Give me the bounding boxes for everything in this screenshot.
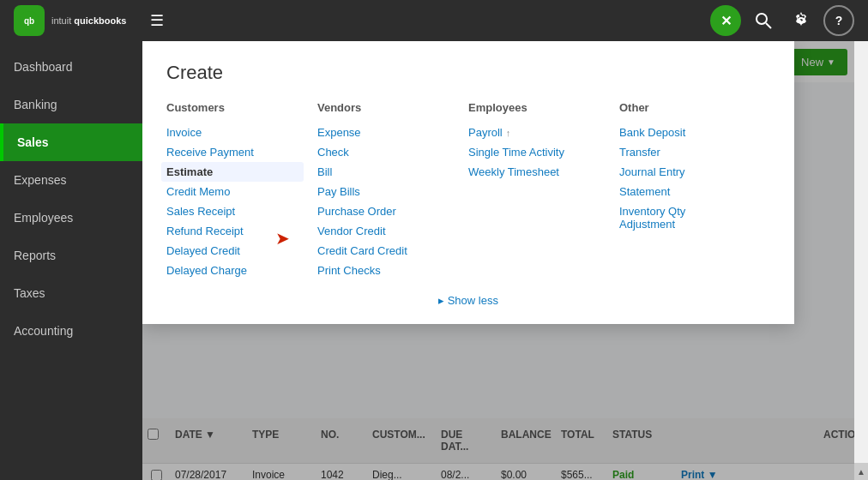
- svg-text:qb: qb: [24, 16, 34, 26]
- sidebar-item-banking[interactable]: Banking: [0, 86, 142, 123]
- estimate-link[interactable]: Estimate: [161, 162, 304, 182]
- single-time-activity-link[interactable]: Single Time Activity: [468, 142, 606, 162]
- svg-line-3: [766, 23, 771, 28]
- customers-column: Customers Invoice Receive Payment Estima…: [166, 101, 317, 280]
- weekly-timesheet-link[interactable]: Weekly Timesheet: [468, 162, 606, 182]
- inventory-qty-adjustment-link[interactable]: Inventory QtyAdjustment: [619, 201, 756, 234]
- sidebar-item-dashboard[interactable]: Dashboard: [0, 48, 142, 86]
- payroll-link[interactable]: Payroll ↑: [468, 123, 606, 142]
- journal-entry-link[interactable]: Journal Entry: [619, 162, 756, 182]
- modal-title: Create: [166, 62, 770, 84]
- bill-link[interactable]: Bill: [317, 162, 455, 182]
- sidebar-item-employees[interactable]: Employees: [0, 199, 142, 237]
- other-column: Other Bank Deposit Transfer Journal Entr…: [619, 101, 770, 280]
- check-link[interactable]: Check: [317, 142, 455, 162]
- bank-deposit-link[interactable]: Bank Deposit: [619, 123, 756, 142]
- svg-point-2: [756, 14, 767, 24]
- vendors-header: Vendors: [317, 101, 455, 114]
- estimate-pointer-arrow: ➤: [275, 228, 290, 249]
- show-less-row[interactable]: ▸ Show less: [166, 294, 770, 307]
- help-button[interactable]: ?: [823, 5, 854, 36]
- app-name: intuit quickbooks: [51, 15, 126, 26]
- payroll-upgrade-icon: ↑: [506, 128, 511, 138]
- transfer-link[interactable]: Transfer: [619, 142, 756, 162]
- show-less-label[interactable]: Show less: [448, 294, 498, 307]
- app-logo: qb: [14, 5, 45, 36]
- vendor-credit-link[interactable]: Vendor Credit: [317, 221, 455, 241]
- settings-button[interactable]: [786, 5, 817, 36]
- content-area: New ▼ Create Customers Invoice Receive P…: [142, 41, 868, 480]
- sidebar: Dashboard Banking Sales Expenses Employe…: [0, 41, 142, 480]
- employees-header: Employees: [468, 101, 606, 114]
- expense-link[interactable]: Expense: [317, 123, 455, 142]
- delayed-charge-link[interactable]: Delayed Charge: [166, 261, 304, 280]
- credit-memo-link[interactable]: Credit Memo: [166, 182, 304, 201]
- receive-payment-link[interactable]: Receive Payment: [166, 142, 304, 162]
- main-layout: Dashboard Banking Sales Expenses Employe…: [0, 41, 868, 480]
- search-button[interactable]: [748, 5, 779, 36]
- show-less-arrow: ▸: [438, 294, 444, 307]
- pay-bills-link[interactable]: Pay Bills: [317, 182, 455, 201]
- scrollbar[interactable]: ▲: [854, 41, 868, 480]
- hamburger-menu-button[interactable]: ☰: [143, 4, 171, 37]
- sidebar-item-taxes[interactable]: Taxes: [0, 274, 142, 312]
- sales-receipt-link[interactable]: Sales Receipt: [166, 201, 304, 221]
- invoice-link[interactable]: Invoice: [166, 123, 304, 142]
- sidebar-item-accounting[interactable]: Accounting: [0, 312, 142, 350]
- nav-right-controls: ✕ ?: [710, 5, 854, 36]
- create-modal: Create Customers Invoice Receive Payment…: [142, 41, 794, 324]
- customers-header: Customers: [166, 101, 304, 114]
- credit-card-credit-link[interactable]: Credit Card Credit: [317, 241, 455, 261]
- statement-link[interactable]: Statement: [619, 182, 756, 201]
- sidebar-item-expenses[interactable]: Expenses: [0, 161, 142, 199]
- vendors-column: Vendors Expense Check Bill Pay Bills Pur…: [317, 101, 468, 280]
- purchase-order-link[interactable]: Purchase Order: [317, 201, 455, 221]
- create-columns: Customers Invoice Receive Payment Estima…: [166, 101, 770, 280]
- top-navigation: qb intuit quickbooks ☰ ✕ ?: [0, 0, 868, 41]
- logo-area: qb intuit quickbooks ☰: [14, 4, 710, 37]
- sidebar-item-sales[interactable]: Sales: [0, 123, 142, 161]
- other-header: Other: [619, 101, 756, 114]
- print-checks-link[interactable]: Print Checks: [317, 261, 455, 280]
- employees-column: Employees Payroll ↑ Single Time Activity…: [468, 101, 619, 280]
- sidebar-item-reports[interactable]: Reports: [0, 237, 142, 274]
- scroll-up-button[interactable]: ▲: [854, 463, 868, 480]
- close-button[interactable]: ✕: [710, 5, 741, 36]
